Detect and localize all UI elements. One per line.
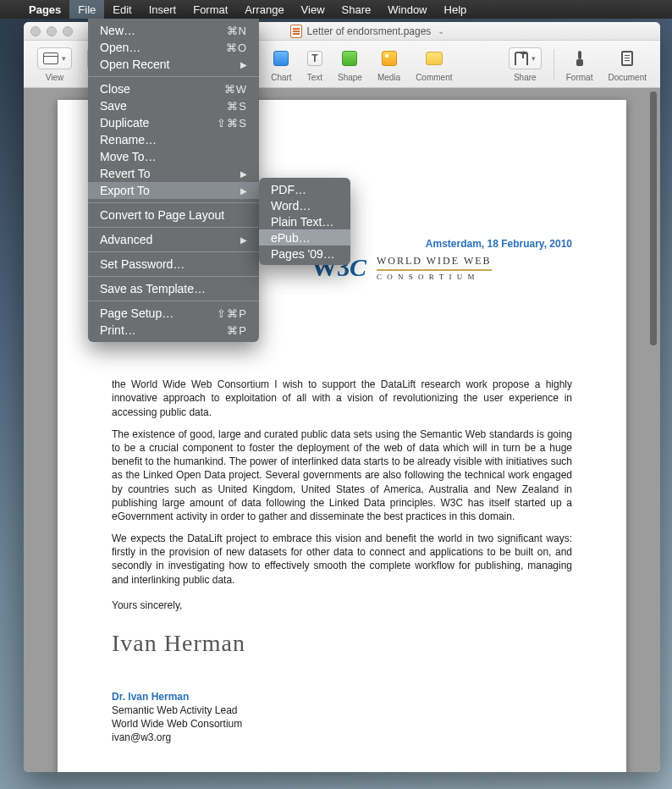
menubar-item-view[interactable]: View — [293, 0, 333, 19]
closing: Yours sincerely, — [112, 599, 572, 612]
document-panel-icon — [621, 51, 633, 66]
menubar-item-help[interactable]: Help — [436, 0, 476, 19]
file-menu-page-setup[interactable]: Page Setup…⇧⌘P — [88, 305, 259, 322]
export-item-pdf[interactable]: PDF… — [259, 181, 350, 197]
toolbar-chart[interactable]: Chart — [264, 46, 298, 82]
paragraph-3: We expects the DataLift project to embra… — [112, 532, 572, 587]
menubar-item-arrange[interactable]: Arrange — [236, 0, 292, 19]
file-menu-revert-to[interactable]: Revert To▶ — [88, 165, 259, 182]
file-menu-move-to[interactable]: Move To… — [88, 148, 259, 165]
menubar-item-file[interactable]: File — [69, 0, 104, 19]
media-icon — [382, 51, 397, 66]
chevron-down-icon: ⌄ — [438, 26, 444, 36]
paragraph-1: the World Wide Web Consortium I wish to … — [112, 378, 572, 419]
file-menu-save[interactable]: Save⌘S — [88, 97, 259, 114]
toolbar-view[interactable]: ▾ View — [30, 46, 79, 82]
text-icon — [307, 51, 322, 66]
file-menu-save-as-template[interactable]: Save as Template… — [88, 280, 259, 297]
window-zoom-button[interactable] — [63, 26, 73, 36]
vertical-scrollbar[interactable] — [648, 91, 658, 769]
chart-icon — [273, 51, 289, 66]
window-minimize-button[interactable] — [47, 26, 57, 36]
paragraph-2: The existence of good, large and curated… — [112, 428, 572, 523]
toolbar-format[interactable]: Format — [559, 46, 600, 82]
file-menu-set-password[interactable]: Set Password… — [88, 256, 259, 273]
file-menu-export-to[interactable]: Export To▶ — [88, 182, 259, 199]
export-to-submenu: PDF…Word…Plain Text…ePub…Pages '09… — [259, 178, 350, 265]
file-menu-duplicate[interactable]: Duplicate⇧⌘S — [88, 114, 259, 131]
toolbar-shape[interactable]: Shape — [331, 46, 369, 82]
shape-icon — [342, 51, 357, 66]
file-menu-advanced[interactable]: Advanced▶ — [88, 231, 259, 248]
signer-role-2: World Wide Web Consortium — [112, 717, 572, 731]
file-menu-open-recent[interactable]: Open Recent▶ — [88, 56, 259, 73]
file-menu-print[interactable]: Print…⌘P — [88, 322, 259, 339]
signer-role-1: Semantic Web Activity Lead — [112, 703, 572, 717]
file-menu-dropdown: New…⌘NOpen…⌘OOpen Recent▶Close⌘WSave⌘SDu… — [88, 19, 259, 342]
toolbar-text[interactable]: Text — [300, 46, 329, 82]
comment-icon — [426, 52, 443, 65]
file-menu-open[interactable]: Open…⌘O — [88, 39, 259, 56]
toolbar-share[interactable]: ▾ Share — [502, 46, 548, 82]
file-menu-convert-to-page-layout[interactable]: Convert to Page Layout — [88, 207, 259, 223]
document-icon — [290, 25, 302, 38]
submenu-arrow-icon: ▶ — [240, 235, 247, 245]
menubar-item-edit[interactable]: Edit — [104, 0, 140, 19]
toolbar-document[interactable]: Document — [601, 46, 653, 82]
format-icon — [573, 51, 587, 66]
file-menu-rename[interactable]: Rename… — [88, 131, 259, 148]
window-close-button[interactable] — [30, 26, 41, 36]
toolbar-media[interactable]: Media — [371, 46, 407, 82]
menubar-item-insert[interactable]: Insert — [140, 0, 185, 19]
document-title: Letter of endorsment.pages — [307, 25, 432, 37]
menubar-item-format[interactable]: Format — [185, 0, 236, 19]
menubar-item-share[interactable]: Share — [333, 0, 380, 19]
view-icon — [43, 52, 58, 64]
submenu-arrow-icon: ▶ — [240, 60, 247, 69]
signer-email: ivan@w3.org — [112, 731, 572, 744]
export-item-epub[interactable]: ePub… — [259, 229, 350, 246]
scrollbar-thumb[interactable] — [650, 91, 657, 345]
menubar-item-window[interactable]: Window — [379, 0, 435, 19]
file-menu-close[interactable]: Close⌘W — [88, 80, 259, 97]
export-item-pages-09[interactable]: Pages '09… — [259, 246, 350, 262]
signer-name: Dr. Ivan Herman — [112, 690, 572, 703]
share-icon — [515, 52, 528, 65]
signature: Ivan Herman — [112, 627, 572, 659]
app-name[interactable]: Pages — [20, 3, 69, 16]
export-item-plain-text[interactable]: Plain Text… — [259, 213, 350, 229]
export-item-word[interactable]: Word… — [259, 197, 350, 213]
file-menu-new[interactable]: New…⌘N — [88, 22, 259, 39]
system-menubar: Pages FileEditInsertFormatArrangeViewSha… — [0, 0, 672, 19]
toolbar-comment[interactable]: Comment — [409, 46, 459, 82]
submenu-arrow-icon: ▶ — [240, 186, 247, 196]
submenu-arrow-icon: ▶ — [240, 169, 247, 179]
